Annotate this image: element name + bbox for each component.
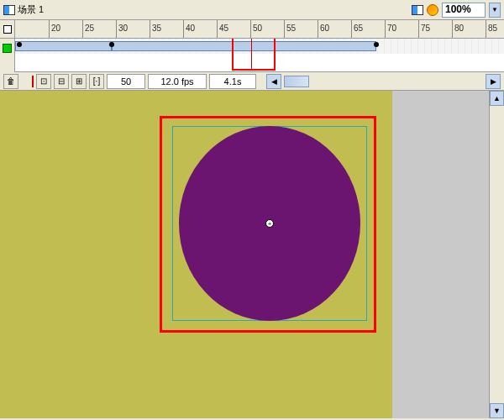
frames-area[interactable] <box>15 39 504 71</box>
edit-scene-icon[interactable] <box>412 5 423 15</box>
timeline-ruler-row: 2025303540455055606570758085 <box>0 20 504 39</box>
keyframe-icon[interactable] <box>17 42 22 47</box>
layer-color-cell[interactable] <box>0 39 15 72</box>
ruler-tick: 65 <box>351 20 363 38</box>
ruler-tick: 25 <box>82 20 94 38</box>
ruler-tick: 80 <box>452 20 464 38</box>
onion-skin-button[interactable]: ⊡ <box>36 74 51 89</box>
timeline-hscroll-thumb[interactable] <box>284 76 309 87</box>
vscrollbar[interactable]: ▲ ▼ <box>489 91 504 418</box>
ruler-tick: 45 <box>217 20 228 38</box>
layer-header[interactable] <box>0 20 15 39</box>
scroll-up-button[interactable]: ▲ <box>490 91 504 106</box>
elapsed-time-field: 4.1s <box>209 74 256 89</box>
canvas-area: + ▲ ▼ <box>0 91 504 418</box>
edit-multiple-button[interactable]: ⊞ <box>71 74 87 89</box>
ruler-tick: 70 <box>385 20 396 38</box>
offstage-area <box>392 91 489 418</box>
trash-button[interactable]: 🗑 <box>3 74 18 89</box>
ruler-tick: 85 <box>486 20 497 38</box>
layer-color-icon <box>3 44 12 53</box>
vscroll-track[interactable] <box>490 106 504 403</box>
ruler-tick: 55 <box>284 20 296 38</box>
scroll-right-button[interactable]: ▶ <box>486 74 501 89</box>
scene-label: 场景 1 <box>18 3 44 16</box>
current-frame-field[interactable]: 50 <box>107 74 145 89</box>
keyframe-icon[interactable] <box>109 42 114 47</box>
registration-point-icon[interactable]: + <box>265 219 274 228</box>
edit-symbol-icon[interactable] <box>427 4 438 16</box>
timeline-frames-row <box>0 39 504 72</box>
ruler-tick: 30 <box>116 20 128 38</box>
ruler-tick: 40 <box>183 20 195 38</box>
scroll-down-button[interactable]: ▼ <box>490 403 504 418</box>
fps-field[interactable]: 12.0 fps <box>148 74 207 89</box>
top-toolbar: 场景 1 100% ▼ <box>0 0 504 20</box>
onion-outline-button[interactable]: ⊟ <box>54 74 69 89</box>
scene-selector[interactable]: 场景 1 <box>3 3 44 16</box>
ruler-tick: 35 <box>150 20 161 38</box>
tween-span-1[interactable] <box>15 41 112 51</box>
timeline-status-bar: 🗑 ⊡ ⊟ ⊞ [·] 50 12.0 fps 4.1s ◀ ▶ <box>0 72 504 91</box>
tween-span-2[interactable] <box>112 41 376 51</box>
ruler-tick: 20 <box>49 20 60 38</box>
onion-markers-button[interactable]: [·] <box>89 74 104 89</box>
current-frame-marker-icon <box>32 76 34 87</box>
stage-viewport[interactable]: + <box>0 91 489 418</box>
ruler-tick: 50 <box>250 20 262 38</box>
ruler-tick: 60 <box>318 20 329 38</box>
layer-toggle-icon <box>3 25 12 34</box>
zoom-field[interactable]: 100% <box>442 3 486 18</box>
scene-icon <box>3 5 15 15</box>
zoom-dropdown[interactable]: ▼ <box>489 3 501 18</box>
keyframe-icon[interactable] <box>374 42 379 47</box>
timeline-ruler[interactable]: 2025303540455055606570758085 <box>15 20 504 38</box>
ruler-tick: 75 <box>418 20 430 38</box>
scroll-left-button[interactable]: ◀ <box>266 74 281 89</box>
